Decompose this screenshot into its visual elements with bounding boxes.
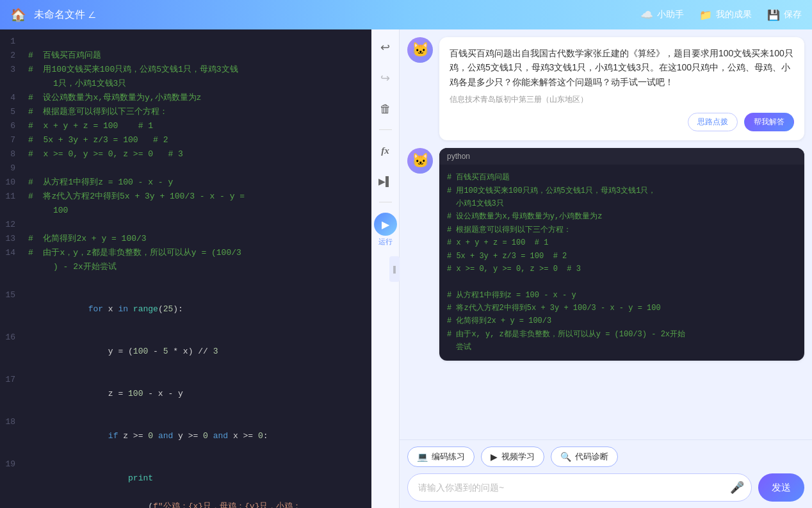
code-content: 1 2 # 百钱买百鸡问题 3 # 用100文钱买来100只鸡，公鸡5文钱1只，…: [0, 29, 371, 508]
run-label: 运行: [378, 237, 393, 247]
terminal-icon[interactable]: ▶▌: [375, 171, 396, 192]
home-icon[interactable]: 🏠: [10, 7, 26, 22]
line-content: # 化简得到2x + y = 100/3: [23, 232, 371, 246]
redo-icon[interactable]: ↪: [375, 68, 396, 88]
chat-area: 🐱 百钱买百鸡问题出自我国古代数学家张丘建的《算经》，题目要求用100文钱买来1…: [400, 29, 812, 439]
table-row: 11 # 将z代入方程2中得到5x + 3y + 100/3 - x - y =…: [0, 190, 371, 218]
message-actions: 思路点拨 帮我解答: [450, 113, 794, 131]
line-number: 3: [0, 63, 23, 77]
folder-icon: 📁: [699, 9, 712, 21]
line-content: # 5x + 3y + z/3 = 100 # 2: [23, 133, 371, 147]
line-content: # 百钱买百鸡问题: [23, 49, 371, 63]
delete-icon[interactable]: 🗑: [375, 99, 396, 119]
table-row: 4 # 设公鸡数量为x,母鸡数量为y,小鸡数量为z: [0, 91, 371, 105]
code-block-content: # 百钱买百鸡问题 # 用100文钱买来100只鸡，公鸡5文钱1只，母鸡3文钱1…: [439, 165, 804, 360]
line-content: if z >= 0 and y >= 0 and x >= 0:: [23, 415, 371, 457]
line-content: [23, 218, 371, 232]
line-content: [23, 35, 371, 49]
line-number: 1: [0, 35, 23, 49]
line-content: for x in range(25):: [23, 288, 371, 331]
message-text: 百钱买百鸡问题出自我国古代数学家张丘建的《算经》，题目要求用100文钱买来100…: [450, 46, 794, 89]
line-content: # 将z代入方程2中得到5x + 3y + 100/3 - x - y = 10…: [23, 190, 371, 218]
table-row: 5 # 根据题意可以得到以下三个方程：: [0, 105, 371, 119]
action-tabs: 💻 编码练习 ▶ 视频学习 🔍 代码诊断: [407, 447, 804, 467]
message-bubble: python # 百钱买百鸡问题 # 用100文钱买来100只鸡，公鸡5文钱1只…: [439, 148, 804, 360]
line-number: 5: [0, 105, 23, 119]
search-icon: 🔍: [560, 452, 571, 462]
table-row: 19 print (f"公鸡：{x}只，母鸡：{y}只，小鸡： {z}只"): [0, 457, 371, 508]
header-actions: ☁️ 小助手 📁 我的成果 💾 保存: [640, 9, 802, 21]
table-row: 17 z = 100 - x - y: [0, 373, 371, 415]
line-content: # x >= 0, y >= 0, z >= 0 # 3: [23, 147, 371, 161]
line-content: print (f"公鸡：{x}只，母鸡：{y}只，小鸡： {z}只"): [23, 457, 371, 508]
coding-practice-tab[interactable]: 💻 编码练习: [407, 447, 475, 467]
code-diagnosis-tab[interactable]: 🔍 代码诊断: [551, 447, 618, 467]
main-layout: 1 2 # 百钱买百鸡问题 3 # 用100文钱买来100只鸡，公鸡5文钱1只，…: [0, 29, 812, 508]
right-panel: 🐱 百钱买百鸡问题出自我国古代数学家张丘建的《算经》，题目要求用100文钱买来1…: [400, 29, 812, 508]
line-number: 2: [0, 49, 23, 63]
line-number: 6: [0, 119, 23, 133]
line-number: 7: [0, 133, 23, 147]
undo-icon[interactable]: ↩: [375, 37, 396, 58]
table-row: 14 # 由于x，y，z都是非负整数，所以可以从y = (100/3 ) - 2…: [0, 246, 371, 274]
coding-icon: 💻: [417, 452, 428, 462]
line-content: [23, 274, 371, 288]
table-row: 18 if z >= 0 and y >= 0 and x >= 0:: [0, 415, 371, 457]
line-number: 17: [0, 373, 23, 387]
table-row: 3 # 用100文钱买来100只鸡，公鸡5文钱1只，母鸡3文钱 1只，小鸡1文钱…: [0, 63, 371, 91]
assistant-button[interactable]: ☁️ 小助手: [640, 9, 684, 21]
video-learning-tab[interactable]: ▶ 视频学习: [481, 447, 544, 467]
line-number: 18: [0, 415, 23, 429]
chat-input[interactable]: [407, 473, 752, 502]
avatar: 🐱: [407, 37, 433, 63]
answer-button[interactable]: 帮我解答: [744, 113, 794, 131]
line-content: z = 100 - x - y: [23, 373, 371, 415]
line-number: 8: [0, 147, 23, 161]
table-row: 7 # 5x + 3y + z/3 = 100 # 2: [0, 133, 371, 147]
line-content: # 根据题意可以得到以下三个方程：: [23, 105, 371, 119]
line-number: 19: [0, 457, 23, 471]
table-row: 10 # 从方程1中得到z = 100 - x - y: [0, 176, 371, 190]
line-content: [23, 161, 371, 176]
formula-icon[interactable]: fx: [375, 140, 396, 161]
table-row: 1: [0, 35, 371, 49]
line-number: 14: [0, 246, 23, 260]
separator: [379, 129, 392, 130]
line-number: 12: [0, 218, 23, 232]
cloud-icon: ☁️: [640, 9, 653, 21]
avatar: 🐱: [407, 148, 433, 174]
line-content: # x + y + z = 100 # 1: [23, 119, 371, 133]
table-row: 15 for x in range(25):: [0, 288, 371, 331]
collapse-button[interactable]: ‖: [389, 256, 400, 282]
hint-button[interactable]: 思路点拨: [688, 113, 738, 131]
save-icon: 💾: [767, 9, 780, 21]
code-editor[interactable]: 1 2 # 百钱买百鸡问题 3 # 用100文钱买来100只鸡，公鸡5文钱1只，…: [0, 29, 371, 508]
table-row: 13 # 化简得到2x + y = 100/3: [0, 232, 371, 246]
table-row: [0, 274, 371, 288]
input-wrapper: 🎤: [407, 473, 752, 502]
table-row: 12: [0, 218, 371, 232]
play-icon: ▶: [491, 452, 498, 462]
microphone-icon[interactable]: 🎤: [730, 480, 744, 495]
line-content: # 设公鸡数量为x,母鸡数量为y,小鸡数量为z: [23, 91, 371, 105]
table-row: 2 # 百钱买百鸡问题: [0, 49, 371, 63]
editor-section: 1 2 # 百钱买百鸡问题 3 # 用100文钱买来100只鸡，公鸡5文钱1只，…: [0, 29, 400, 508]
line-content: # 由于x，y，z都是非负整数，所以可以从y = (100/3 ) - 2x开始…: [23, 246, 371, 274]
table-row: 6 # x + y + z = 100 # 1: [0, 119, 371, 133]
my-results-button[interactable]: 📁 我的成果: [699, 9, 752, 21]
send-button[interactable]: 发送: [758, 473, 804, 502]
message-source: 信息技术青岛版初中第三册（山东地区）: [450, 94, 794, 105]
line-content: # 从方程1中得到z = 100 - x - y: [23, 176, 371, 190]
line-number: 13: [0, 232, 23, 246]
file-title: 未命名文件 ∠: [34, 8, 633, 22]
separator: [379, 202, 392, 202]
line-content: # 用100文钱买来100只鸡，公鸡5文钱1只，母鸡3文钱 1只，小鸡1文钱3只: [23, 63, 371, 91]
save-button[interactable]: 💾 保存: [767, 9, 802, 21]
message-bubble: 百钱买百鸡问题出自我国古代数学家张丘建的《算经》，题目要求用100文钱买来100…: [439, 37, 804, 140]
run-button[interactable]: ▶: [374, 213, 397, 236]
line-number: 11: [0, 190, 23, 204]
table-row: 8 # x >= 0, y >= 0, z >= 0 # 3: [0, 147, 371, 161]
chat-message: 🐱 python # 百钱买百鸡问题 # 用100文钱买来100只鸡，公鸡5文钱…: [407, 148, 804, 360]
line-number: 9: [0, 161, 23, 176]
line-content: y = (100 - 5 * x) // 3: [23, 331, 371, 373]
